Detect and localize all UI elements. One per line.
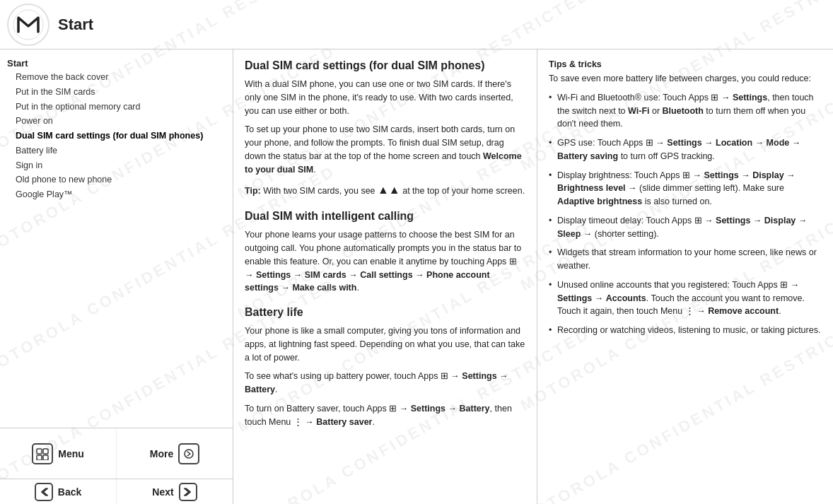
sidebar-item-remove-back-cover[interactable]: Remove the back cover bbox=[7, 70, 226, 85]
sidebar-item-google-play[interactable]: Google Play™ bbox=[7, 187, 226, 202]
tips-title: Tips & tricks bbox=[549, 59, 822, 69]
sidebar-item-old-phone[interactable]: Old phone to new phone bbox=[7, 172, 226, 187]
dual-sim-calling-para: Your phone learns your usage patterns to… bbox=[245, 228, 525, 295]
tip-wifi: Wi-Fi and Bluetooth® use: Touch Apps ⊞ →… bbox=[549, 91, 822, 131]
tip-brightness: Display brightness: Touch Apps ⊞ → Setti… bbox=[549, 169, 822, 209]
sidebar-item-battery-life[interactable]: Battery life bbox=[7, 143, 226, 158]
tip-recording: Recording or watching videos, listening … bbox=[549, 324, 822, 337]
next-icon bbox=[179, 483, 197, 501]
sidebar: Start Remove the back cover Put in the S… bbox=[0, 49, 233, 504]
dual-sim-tip: Tip: With two SIM cards, you see ▲▲ at t… bbox=[245, 182, 525, 199]
dual-sim-para1: With a dual SIM phone, you can use one o… bbox=[245, 78, 525, 117]
center-panel: Dual SIM card settings (for dual SIM pho… bbox=[233, 49, 537, 504]
bottom-nav: Menu More bbox=[0, 428, 233, 479]
tip-widgets: Widgets that stream information to your … bbox=[549, 246, 822, 273]
header: Start bbox=[0, 0, 833, 49]
next-button[interactable]: Next bbox=[117, 479, 233, 504]
dual-sim-heading: Dual SIM card settings (for dual SIM pho… bbox=[245, 59, 525, 72]
sidebar-item-sign-in[interactable]: Sign in bbox=[7, 158, 226, 173]
menu-button[interactable]: Menu bbox=[0, 428, 117, 479]
dual-sim-calling-heading: Dual SIM with intelligent calling bbox=[245, 210, 525, 223]
tips-intro: To save even more battery life between c… bbox=[549, 72, 822, 86]
more-icon bbox=[178, 443, 199, 464]
battery-life-para: Your phone is like a small computer, giv… bbox=[245, 324, 525, 364]
page-title: Start bbox=[58, 16, 93, 34]
svg-rect-1 bbox=[37, 449, 42, 454]
tips-list: Wi-Fi and Bluetooth® use: Touch Apps ⊞ →… bbox=[549, 91, 822, 337]
battery-life-heading: Battery life bbox=[245, 306, 525, 319]
menu-label: Menu bbox=[58, 448, 84, 459]
battery-see-para: To see what's using up battery power, to… bbox=[245, 370, 525, 397]
next-label: Next bbox=[152, 486, 173, 498]
right-panel: Tips & tricks To save even more battery … bbox=[537, 49, 833, 504]
content-area: Dual SIM card settings (for dual SIM pho… bbox=[233, 49, 833, 504]
bottom-nav-row2: Back Next bbox=[0, 479, 233, 504]
tip-gps: GPS use: Touch Apps ⊞ → Settings → Locat… bbox=[549, 136, 822, 163]
tip-accounts: Unused online accounts that you register… bbox=[549, 279, 822, 318]
svg-rect-2 bbox=[43, 449, 48, 454]
svg-rect-3 bbox=[37, 455, 42, 460]
dual-sim-para2: To set up your phone to use two SIM card… bbox=[245, 123, 525, 176]
back-icon bbox=[35, 483, 53, 501]
main-layout: Start Remove the back cover Put in the S… bbox=[0, 49, 833, 504]
motorola-logo bbox=[7, 4, 49, 46]
sidebar-item-power-on[interactable]: Power on bbox=[7, 114, 226, 129]
more-button[interactable]: More bbox=[117, 428, 233, 479]
menu-icon bbox=[32, 443, 53, 464]
sidebar-item-put-memory[interactable]: Put in the optional memory card bbox=[7, 100, 226, 115]
back-label: Back bbox=[58, 486, 81, 498]
svg-point-5 bbox=[185, 450, 193, 458]
battery-saver-para: To turn on Battery saver, touch Apps ⊞ →… bbox=[245, 402, 525, 429]
tip-timeout: Display timeout delay: Touch Apps ⊞ → Se… bbox=[549, 214, 822, 241]
back-button[interactable]: Back bbox=[0, 479, 117, 504]
sidebar-section-title: Start bbox=[7, 58, 226, 69]
sidebar-item-put-sim[interactable]: Put in the SIM cards bbox=[7, 85, 226, 100]
svg-rect-4 bbox=[43, 455, 48, 460]
sidebar-item-dual-sim[interactable]: Dual SIM card settings (for dual SIM pho… bbox=[7, 129, 226, 143]
sidebar-nav: Start Remove the back cover Put in the S… bbox=[7, 58, 226, 428]
more-label: More bbox=[150, 448, 173, 459]
